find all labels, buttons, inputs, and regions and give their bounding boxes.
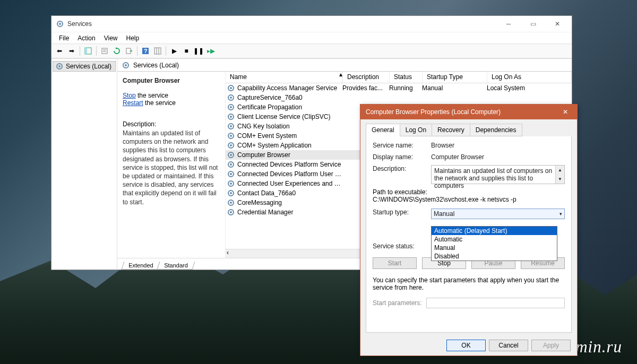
service-name: Connected Devices Platform Service xyxy=(237,161,342,168)
detail-panel: Computer Browser Stop the service Restar… xyxy=(117,72,226,258)
ok-button[interactable]: OK xyxy=(446,340,486,351)
svg-point-44 xyxy=(230,211,232,213)
col-description[interactable]: Description xyxy=(343,72,390,83)
export-button[interactable] xyxy=(123,45,135,57)
tab-logon[interactable]: Log On xyxy=(400,124,432,136)
description-textbox[interactable]: Maintains an updated list of computers o… xyxy=(431,165,565,184)
pane-header: Services (Local) xyxy=(117,59,572,72)
columns-button[interactable] xyxy=(152,45,163,57)
gear-icon xyxy=(227,198,235,207)
option-automatic-delayed[interactable]: Automatic (Delayed Start) xyxy=(432,227,557,235)
tab-recovery[interactable]: Recovery xyxy=(432,124,470,136)
menu-view[interactable]: View xyxy=(100,33,122,42)
selected-service-title: Computer Browser xyxy=(123,77,220,84)
properties-dialog: Computer Browser Properties (Local Compu… xyxy=(360,104,578,356)
gear-icon xyxy=(227,141,235,150)
gear-icon xyxy=(227,189,235,197)
service-name: COM+ System Application xyxy=(237,142,342,149)
properties-button[interactable] xyxy=(99,45,110,57)
svg-point-26 xyxy=(230,125,232,127)
option-manual[interactable]: Manual xyxy=(432,244,557,252)
gear-icon xyxy=(55,62,64,71)
option-disabled[interactable]: Disabled xyxy=(432,252,557,261)
column-headers: Name ▴ Description Status Startup Type L… xyxy=(226,72,572,83)
pane-title: Services (Local) xyxy=(133,62,179,69)
restart-link[interactable]: Restart xyxy=(123,99,143,107)
svg-point-36 xyxy=(230,173,232,175)
gear-icon xyxy=(227,170,235,178)
service-name: Connected User Experiences and Teleme xyxy=(237,180,342,187)
service-row[interactable]: Capability Access Manager ServiceProvide… xyxy=(226,83,572,93)
menu-help[interactable]: Help xyxy=(122,33,144,42)
scroll-up-icon[interactable]: ▲ xyxy=(555,166,564,175)
gear-icon xyxy=(227,151,235,159)
tab-dependencies[interactable]: Dependencies xyxy=(470,124,522,136)
dialog-titlebar: Computer Browser Properties (Local Compu… xyxy=(360,105,577,119)
tab-standard[interactable]: Standard xyxy=(157,262,195,270)
show-hide-tree-button[interactable] xyxy=(82,45,94,57)
svg-rect-10 xyxy=(154,48,161,54)
col-logon[interactable]: Log On As xyxy=(487,72,572,83)
svg-point-30 xyxy=(230,144,232,146)
col-name[interactable]: Name xyxy=(226,72,342,83)
dialog-title: Computer Browser Properties (Local Compu… xyxy=(366,108,555,116)
services-icon xyxy=(56,20,64,28)
service-name: Connected Devices Platform User Servic..… xyxy=(237,170,342,178)
dialog-tabs: General Log On Recovery Dependencies xyxy=(366,124,572,136)
service-name: Computer Browser xyxy=(237,151,342,159)
col-status[interactable]: Status xyxy=(390,72,423,83)
start-params-note: You can specify the start parameters tha… xyxy=(373,276,565,291)
svg-point-24 xyxy=(230,116,232,118)
gear-icon xyxy=(227,132,235,140)
label-path: Path to executable: xyxy=(373,188,565,196)
svg-point-18 xyxy=(230,87,232,89)
label-display-name: Display name: xyxy=(373,153,431,161)
label-service-status: Service status: xyxy=(373,242,431,250)
service-name: Capability Access Manager Service xyxy=(237,84,342,92)
menu-file[interactable]: File xyxy=(55,33,73,42)
gear-icon xyxy=(227,112,235,121)
tree-services-local[interactable]: Services (Local) xyxy=(53,61,116,72)
gear-icon xyxy=(227,208,235,216)
cancel-button[interactable]: Cancel xyxy=(489,340,528,351)
scroll-down-icon[interactable]: ▼ xyxy=(555,175,564,184)
start-button: Start xyxy=(373,257,417,269)
chevron-down-icon: ▾ xyxy=(559,211,562,216)
refresh-button[interactable] xyxy=(111,45,123,57)
gear-icon xyxy=(227,84,235,92)
maximize-button[interactable]: ▭ xyxy=(521,16,545,32)
description-text: Maintains an updated list of computers o… xyxy=(123,129,220,206)
service-name: Contact Data_766a0 xyxy=(237,189,342,197)
gear-icon xyxy=(227,103,235,111)
tab-general[interactable]: General xyxy=(366,124,400,136)
start-service-button[interactable]: ▶ xyxy=(168,45,180,57)
service-name: Client License Service (ClipSVC) xyxy=(237,113,342,120)
help-button[interactable]: ? xyxy=(140,45,151,57)
start-params-input xyxy=(426,298,565,308)
service-name: COM+ Event System xyxy=(237,132,342,140)
window-title: Services xyxy=(67,20,496,28)
svg-point-16 xyxy=(125,64,127,66)
service-row[interactable]: CaptureService_766a0 xyxy=(226,93,572,102)
restart-service-button[interactable]: ▸▶ xyxy=(205,45,217,57)
tree-pane: Services (Local) xyxy=(51,59,117,270)
svg-point-42 xyxy=(230,202,232,204)
dialog-close-button[interactable]: ✕ xyxy=(555,105,576,119)
back-button[interactable]: ⬅ xyxy=(54,45,65,57)
option-automatic[interactable]: Automatic xyxy=(432,235,557,244)
tab-extended[interactable]: Extended xyxy=(122,262,160,270)
close-button[interactable]: ✕ xyxy=(545,16,570,32)
menu-action[interactable]: Action xyxy=(73,33,99,42)
forward-button[interactable]: ➡ xyxy=(66,45,78,57)
minimize-button[interactable]: ─ xyxy=(496,16,521,32)
pause-service-button[interactable]: ❚❚ xyxy=(193,45,204,57)
apply-button: Apply xyxy=(531,340,571,351)
svg-point-14 xyxy=(58,65,61,67)
svg-point-1 xyxy=(59,23,61,25)
service-name: Certificate Propagation xyxy=(237,103,342,111)
col-startup[interactable]: Startup Type xyxy=(423,72,487,83)
startup-type-combobox[interactable]: Manual ▾ xyxy=(431,209,565,219)
restart-service-line: Restart the service xyxy=(123,99,220,107)
stop-link[interactable]: Stop xyxy=(123,92,136,99)
stop-service-button[interactable]: ■ xyxy=(180,45,192,57)
